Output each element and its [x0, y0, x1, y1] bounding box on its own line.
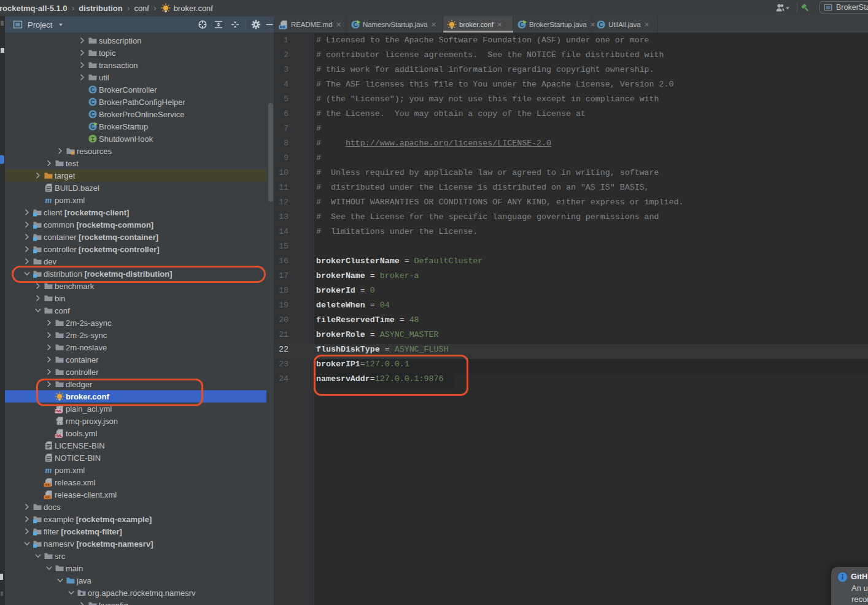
svg-text:{;}: {;} — [55, 420, 64, 425]
svg-text:C: C — [90, 111, 95, 118]
svg-text:m: m — [45, 196, 52, 205]
svg-text:C: C — [599, 21, 603, 28]
svg-text:YML: YML — [55, 434, 62, 437]
svg-text:C: C — [90, 99, 95, 106]
svg-text:C: C — [90, 87, 95, 93]
svg-text:m: m — [45, 466, 52, 475]
svg-text:YML: YML — [55, 409, 62, 413]
svg-text:MD: MD — [280, 25, 285, 29]
svg-text:<>: <> — [45, 483, 50, 487]
svg-text:<>: <> — [45, 495, 50, 499]
svg-text:I: I — [91, 136, 95, 143]
